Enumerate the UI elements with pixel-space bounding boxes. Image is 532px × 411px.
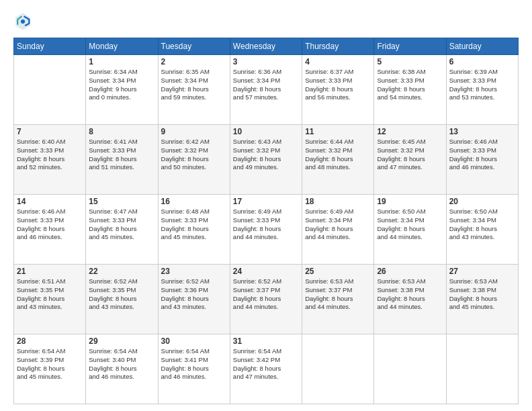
day-number: 23 [161, 267, 227, 276]
day-number: 24 [233, 267, 299, 276]
calendar-cell: 29Sunrise: 6:54 AM Sunset: 3:40 PM Dayli… [86, 334, 158, 404]
cell-content: Sunrise: 6:52 AM Sunset: 3:37 PM Dayligh… [233, 277, 299, 312]
day-number: 10 [233, 127, 299, 136]
day-number: 31 [233, 336, 299, 346]
calendar-cell: 25Sunrise: 6:53 AM Sunset: 3:37 PM Dayli… [302, 265, 374, 334]
day-number: 1 [89, 57, 154, 66]
weekday-header-sunday: Sunday [14, 38, 86, 55]
cell-content: Sunrise: 6:34 AM Sunset: 3:34 PM Dayligh… [89, 68, 154, 102]
calendar-cell: 15Sunrise: 6:47 AM Sunset: 3:33 PM Dayli… [86, 195, 158, 265]
calendar-week-0: 1Sunrise: 6:34 AM Sunset: 3:34 PM Daylig… [14, 55, 519, 125]
cell-content: Sunrise: 6:54 AM Sunset: 3:42 PM Dayligh… [233, 347, 299, 381]
cell-content: Sunrise: 6:49 AM Sunset: 3:33 PM Dayligh… [233, 208, 299, 242]
cell-content: Sunrise: 6:43 AM Sunset: 3:32 PM Dayligh… [233, 138, 299, 172]
day-number: 20 [449, 197, 515, 206]
cell-content: Sunrise: 6:54 AM Sunset: 3:41 PM Dayligh… [161, 347, 227, 381]
calendar-week-2: 14Sunrise: 6:46 AM Sunset: 3:33 PM Dayli… [14, 195, 519, 265]
cell-content: Sunrise: 6:53 AM Sunset: 3:38 PM Dayligh… [377, 277, 443, 312]
cell-content: Sunrise: 6:41 AM Sunset: 3:33 PM Dayligh… [89, 138, 154, 172]
calendar-cell [374, 334, 446, 404]
weekday-header-wednesday: Wednesday [230, 38, 302, 55]
day-number: 19 [377, 197, 443, 206]
day-number: 25 [305, 267, 371, 276]
cell-content: Sunrise: 6:50 AM Sunset: 3:34 PM Dayligh… [449, 208, 515, 242]
calendar-cell: 6Sunrise: 6:39 AM Sunset: 3:33 PM Daylig… [446, 55, 518, 125]
day-number: 28 [17, 336, 83, 346]
calendar-cell: 8Sunrise: 6:41 AM Sunset: 3:33 PM Daylig… [86, 125, 158, 195]
calendar-cell: 11Sunrise: 6:44 AM Sunset: 3:32 PM Dayli… [302, 125, 374, 195]
day-number: 5 [377, 57, 443, 66]
calendar-cell: 28Sunrise: 6:54 AM Sunset: 3:39 PM Dayli… [14, 334, 86, 404]
day-number: 13 [449, 127, 515, 136]
cell-content: Sunrise: 6:46 AM Sunset: 3:33 PM Dayligh… [17, 208, 83, 242]
cell-content: Sunrise: 6:52 AM Sunset: 3:35 PM Dayligh… [89, 277, 154, 312]
calendar-cell: 23Sunrise: 6:52 AM Sunset: 3:36 PM Dayli… [158, 265, 230, 334]
cell-content: Sunrise: 6:46 AM Sunset: 3:33 PM Dayligh… [449, 138, 515, 172]
calendar-cell: 18Sunrise: 6:49 AM Sunset: 3:34 PM Dayli… [302, 195, 374, 265]
cell-content: Sunrise: 6:45 AM Sunset: 3:32 PM Dayligh… [377, 138, 443, 172]
weekday-header-thursday: Thursday [302, 38, 374, 55]
calendar-cell [14, 55, 86, 125]
calendar-cell: 30Sunrise: 6:54 AM Sunset: 3:41 PM Dayli… [158, 334, 230, 404]
cell-content: Sunrise: 6:52 AM Sunset: 3:36 PM Dayligh… [161, 277, 227, 312]
weekday-header-saturday: Saturday [446, 38, 518, 55]
calendar-cell: 20Sunrise: 6:50 AM Sunset: 3:34 PM Dayli… [446, 195, 518, 265]
weekday-header-tuesday: Tuesday [158, 38, 230, 55]
day-number: 21 [17, 267, 83, 276]
cell-content: Sunrise: 6:53 AM Sunset: 3:38 PM Dayligh… [449, 277, 515, 312]
logo [13, 12, 35, 31]
calendar-cell: 19Sunrise: 6:50 AM Sunset: 3:34 PM Dayli… [374, 195, 446, 265]
calendar-cell: 12Sunrise: 6:45 AM Sunset: 3:32 PM Dayli… [374, 125, 446, 195]
day-number: 3 [233, 57, 299, 66]
cell-content: Sunrise: 6:36 AM Sunset: 3:34 PM Dayligh… [233, 68, 299, 102]
day-number: 11 [305, 127, 371, 136]
cell-content: Sunrise: 6:42 AM Sunset: 3:32 PM Dayligh… [161, 138, 227, 172]
calendar-cell: 10Sunrise: 6:43 AM Sunset: 3:32 PM Dayli… [230, 125, 302, 195]
weekday-header-monday: Monday [86, 38, 158, 55]
cell-content: Sunrise: 6:39 AM Sunset: 3:33 PM Dayligh… [449, 68, 515, 102]
day-number: 9 [161, 127, 227, 136]
svg-point-1 [21, 19, 25, 24]
day-number: 16 [161, 197, 227, 206]
calendar-cell [446, 334, 518, 404]
day-number: 8 [89, 127, 154, 136]
day-number: 12 [377, 127, 443, 136]
weekday-header-row: SundayMondayTuesdayWednesdayThursdayFrid… [14, 38, 519, 55]
cell-content: Sunrise: 6:47 AM Sunset: 3:33 PM Dayligh… [89, 208, 154, 242]
day-number: 30 [161, 336, 227, 346]
day-number: 17 [233, 197, 299, 206]
calendar-cell: 24Sunrise: 6:52 AM Sunset: 3:37 PM Dayli… [230, 265, 302, 334]
page: SundayMondayTuesdayWednesdayThursdayFrid… [0, 0, 532, 411]
cell-content: Sunrise: 6:44 AM Sunset: 3:32 PM Dayligh… [305, 138, 371, 172]
day-number: 29 [89, 336, 154, 346]
calendar-table: SundayMondayTuesdayWednesdayThursdayFrid… [13, 38, 519, 404]
calendar-cell: 5Sunrise: 6:38 AM Sunset: 3:33 PM Daylig… [374, 55, 446, 125]
calendar-cell: 31Sunrise: 6:54 AM Sunset: 3:42 PM Dayli… [230, 334, 302, 404]
calendar-cell: 2Sunrise: 6:35 AM Sunset: 3:34 PM Daylig… [158, 55, 230, 125]
cell-content: Sunrise: 6:38 AM Sunset: 3:33 PM Dayligh… [377, 68, 443, 102]
calendar-week-4: 28Sunrise: 6:54 AM Sunset: 3:39 PM Dayli… [14, 334, 519, 404]
calendar-cell: 1Sunrise: 6:34 AM Sunset: 3:34 PM Daylig… [86, 55, 158, 125]
day-number: 15 [89, 197, 154, 206]
calendar-cell: 4Sunrise: 6:37 AM Sunset: 3:33 PM Daylig… [302, 55, 374, 125]
header [13, 12, 519, 31]
cell-content: Sunrise: 6:54 AM Sunset: 3:39 PM Dayligh… [17, 347, 83, 381]
calendar-cell: 27Sunrise: 6:53 AM Sunset: 3:38 PM Dayli… [446, 265, 518, 334]
day-number: 4 [305, 57, 371, 66]
cell-content: Sunrise: 6:51 AM Sunset: 3:35 PM Dayligh… [17, 277, 83, 312]
logo-icon [13, 12, 32, 31]
cell-content: Sunrise: 6:37 AM Sunset: 3:33 PM Dayligh… [305, 68, 371, 102]
day-number: 22 [89, 267, 154, 276]
calendar-cell: 14Sunrise: 6:46 AM Sunset: 3:33 PM Dayli… [14, 195, 86, 265]
calendar-cell: 7Sunrise: 6:40 AM Sunset: 3:33 PM Daylig… [14, 125, 86, 195]
cell-content: Sunrise: 6:50 AM Sunset: 3:34 PM Dayligh… [377, 208, 443, 242]
calendar-cell: 21Sunrise: 6:51 AM Sunset: 3:35 PM Dayli… [14, 265, 86, 334]
calendar-week-1: 7Sunrise: 6:40 AM Sunset: 3:33 PM Daylig… [14, 125, 519, 195]
calendar-cell: 17Sunrise: 6:49 AM Sunset: 3:33 PM Dayli… [230, 195, 302, 265]
day-number: 26 [377, 267, 443, 276]
calendar-cell: 3Sunrise: 6:36 AM Sunset: 3:34 PM Daylig… [230, 55, 302, 125]
calendar-cell: 22Sunrise: 6:52 AM Sunset: 3:35 PM Dayli… [86, 265, 158, 334]
calendar-cell: 16Sunrise: 6:48 AM Sunset: 3:33 PM Dayli… [158, 195, 230, 265]
cell-content: Sunrise: 6:48 AM Sunset: 3:33 PM Dayligh… [161, 208, 227, 242]
day-number: 18 [305, 197, 371, 206]
